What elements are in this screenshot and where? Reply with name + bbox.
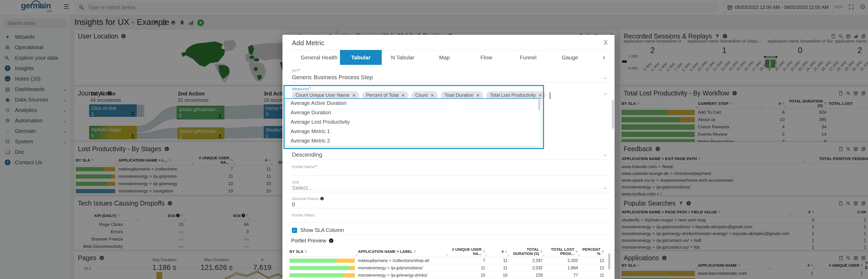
- dropdown-option[interactable]: Average Duration: [285, 108, 540, 117]
- tab-tabular[interactable]: Tabular: [340, 50, 382, 65]
- percent-value: 12: [580, 266, 606, 270]
- modal-title: Add Metric: [292, 39, 324, 47]
- chip-remove-icon[interactable]: ✕: [476, 93, 480, 98]
- duration-value: 2,032: [509, 266, 545, 270]
- tabs-more-arrow-icon[interactable]: ›: [603, 50, 605, 65]
- portlet-name-input[interactable]: [290, 175, 609, 175]
- chip-remove-icon[interactable]: ✕: [401, 93, 405, 98]
- field-underline: [290, 82, 609, 82]
- unique-users-value: 11: [448, 266, 487, 270]
- column-header[interactable]: APPLICATION NAME > LABEL⇅∕∕: [358, 246, 448, 257]
- modal-header: Add Metric X: [282, 35, 615, 50]
- measures-field-label: Measures*: [292, 87, 311, 91]
- column-header[interactable]: #⇊∕∕: [487, 246, 509, 257]
- decimal-places-label: Decimal Placesi: [292, 196, 324, 201]
- table-row[interactable]: monsterenergy > /ja-jp/energy-drinks/ 10…: [289, 272, 608, 279]
- unique-users-value: 10: [448, 273, 487, 278]
- lost-productivity-value: 1,864: [545, 266, 580, 270]
- add-metric-modal: Add Metric X General Health Tabular N Ta…: [282, 35, 615, 279]
- lost-productivity-value: 2,202: [545, 258, 580, 263]
- sla-bar: [289, 259, 355, 263]
- kpi-field-label: KPI*: [292, 68, 300, 73]
- show-sla-label: Show SLA Column: [300, 227, 344, 233]
- portlet-preview: Portlet Preview i BY SLA⇅∕∕ APPLICATION …: [287, 235, 611, 279]
- portlet-filters-label: Portlet Filters: [292, 213, 315, 217]
- tab-gauge[interactable]: Gauge: [549, 50, 591, 65]
- chevron-down-icon[interactable]: [600, 152, 608, 158]
- column-header[interactable]: # UNIQUE USER NA...⇅∕∕: [448, 246, 487, 257]
- field-underline: [290, 192, 609, 192]
- chip-remove-icon[interactable]: ✕: [431, 93, 434, 98]
- preview-title: Portlet Preview: [291, 238, 327, 244]
- tab-flow[interactable]: Flow: [465, 50, 507, 65]
- portlet-name-label: Portlet Name*: [292, 165, 317, 169]
- column-header[interactable]: BY SLA⇅∕∕: [289, 246, 358, 257]
- application-label: monsterenergy > /ja-jp/energy-drinks/: [358, 273, 448, 278]
- count-value: 11: [487, 266, 509, 270]
- chevron-down-icon[interactable]: [600, 91, 608, 96]
- sla-bar: [289, 273, 355, 277]
- chip-label: Total Duration: [444, 92, 473, 98]
- unique-users-value: 7: [448, 258, 487, 263]
- column-header[interactable]: TOTAL DURATION (S)⇅∕∕: [509, 246, 545, 257]
- modal-scrollbar[interactable]: [612, 100, 614, 129]
- count-value: 11: [487, 258, 509, 263]
- close-icon[interactable]: X: [603, 39, 608, 46]
- sla-bar: [289, 266, 355, 270]
- chevron-down-icon[interactable]: [600, 186, 608, 191]
- dropdown-option[interactable]: Average Metric 1: [285, 127, 540, 136]
- modal-tabs: General Health Tabular N Tabular Map Flo…: [298, 50, 605, 65]
- chip-remove-icon[interactable]: ✕: [538, 93, 542, 98]
- application-label: makeupbymario > /collections/shop-all: [358, 258, 448, 263]
- chip-remove-icon[interactable]: ✕: [352, 93, 355, 98]
- application-root: germain UX ☰ 05/03/2023 12:00 AM - 06/02…: [0, 0, 868, 279]
- column-header[interactable]: TOTAL LOST PROD...⇅∕∕: [545, 246, 580, 257]
- table-row[interactable]: monsterenergy > /ja-jp/promotions/ 11 11…: [289, 264, 608, 272]
- tab-n-tabular[interactable]: N Tabular: [382, 50, 424, 65]
- field-underline: [290, 160, 609, 160]
- chip-label: Total Lost Productivity: [490, 92, 536, 98]
- unit-select-placeholder[interactable]: Select...: [292, 185, 312, 191]
- duration-value: 229: [509, 273, 545, 278]
- tab-general-health[interactable]: General Health: [298, 50, 340, 65]
- unit-label: Unit: [292, 180, 299, 184]
- show-sla-checkbox[interactable]: ✓: [292, 228, 297, 233]
- percent-value: 12: [580, 258, 606, 263]
- tab-funnel[interactable]: Funnel: [507, 50, 549, 65]
- duration-value: 2,297: [509, 258, 545, 263]
- tab-map[interactable]: Map: [424, 50, 465, 65]
- dropdown-option[interactable]: Average Active Duration: [285, 98, 540, 108]
- preview-scrollbar[interactable]: [608, 253, 610, 270]
- measures-dropdown: Average Active DurationAverage DurationA…: [285, 98, 540, 146]
- decimal-places-value[interactable]: 0: [292, 201, 295, 208]
- portlet-filters-input[interactable]: [290, 222, 609, 223]
- chip-label: Count Unique User Name: [296, 92, 349, 98]
- table-row[interactable]: makeupbymario > /collections/shop-all 7 …: [289, 257, 608, 264]
- percent-value: 11: [580, 273, 606, 278]
- lost-productivity-value: 77: [545, 273, 580, 278]
- field-underline: [290, 208, 609, 208]
- info-icon[interactable]: i: [329, 239, 333, 243]
- application-label: monsterenergy > /ja-jp/promotions/: [358, 266, 448, 270]
- dropdown-option[interactable]: Average Lost Productivity: [285, 117, 540, 127]
- sort-field-value[interactable]: Descending: [292, 151, 322, 158]
- count-value: 10: [487, 273, 509, 278]
- dropdown-option[interactable]: Average Metric 2: [285, 136, 540, 145]
- chevron-down-icon[interactable]: [600, 76, 608, 81]
- kpi-field-value[interactable]: Generic Business Process Step: [292, 74, 373, 81]
- table-header-row: BY SLA⇅∕∕ APPLICATION NAME > LABEL⇅∕∕ # …: [289, 246, 608, 257]
- chip-label: Percent of Total: [366, 92, 399, 98]
- focus-divider: [284, 98, 541, 99]
- text-cursor: [550, 92, 550, 99]
- dropdown-scrollbar[interactable]: [538, 100, 540, 110]
- chip-label: Count: [415, 92, 428, 98]
- column-header[interactable]: PERCENT %⇅: [580, 246, 606, 257]
